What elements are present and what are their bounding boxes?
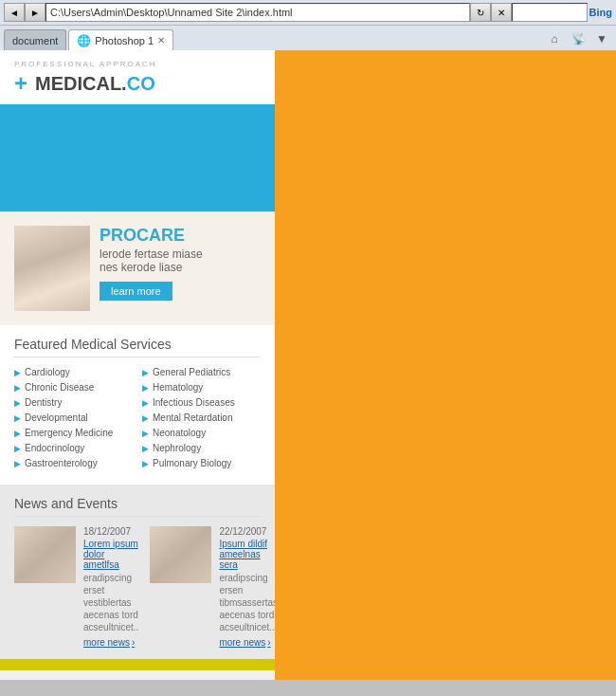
- promo-title: PROCARE: [100, 226, 261, 246]
- services-section: Featured Medical Services ▶ Cardiology ▶…: [0, 325, 275, 485]
- tab-bar: document 🌐 Photoshop 1 ✕ ⌂ 📡 ▼: [0, 26, 616, 50]
- service-label: Developmental: [25, 412, 88, 423]
- site-header: PROFESSIONAL APPROACH + MEDICAL.CO: [0, 50, 275, 107]
- logo-area: + MEDICAL.CO: [14, 70, 261, 97]
- more-news-button-2[interactable]: more news ›: [219, 637, 275, 648]
- service-arrow-icon: ▶: [14, 429, 21, 438]
- home-button[interactable]: ⌂: [544, 29, 565, 48]
- service-nephrology[interactable]: ▶ Nephrology: [142, 443, 261, 453]
- news-section: News and Events 18/12/2007 Lorem ipsum d…: [0, 485, 275, 659]
- service-infectious[interactable]: ▶ Infectious Diseases: [142, 397, 261, 408]
- service-cardiology[interactable]: ▶ Cardiology: [14, 367, 133, 377]
- service-emergency[interactable]: ▶ Emergency Medicine: [14, 428, 133, 438]
- news-image-1: [14, 526, 76, 583]
- service-dentistry[interactable]: ▶ Dentistry: [14, 397, 133, 408]
- services-left-col: ▶ Cardiology ▶ Chronic Disease ▶ Dentist…: [14, 367, 133, 473]
- service-gastroenterology[interactable]: ▶ Gastroenterology: [14, 458, 133, 468]
- service-arrow-icon: ▶: [14, 383, 21, 393]
- viewport: PROFESSIONAL APPROACH + MEDICAL.CO PROCA…: [0, 50, 616, 680]
- service-arrow-icon: ▶: [142, 429, 149, 438]
- hero-banner: [0, 107, 275, 211]
- forward-button[interactable]: ►: [25, 3, 45, 22]
- yellow-bar: [0, 659, 275, 670]
- tab-close-button[interactable]: ✕: [157, 35, 165, 46]
- promo-image: [14, 226, 90, 311]
- more-news-arrow-1: ›: [132, 637, 135, 648]
- services-grid: ▶ Cardiology ▶ Chronic Disease ▶ Dentist…: [14, 367, 261, 473]
- news-date-1: 18/12/2007: [83, 526, 138, 537]
- service-arrow-icon: ▶: [14, 368, 21, 377]
- more-news-button-1[interactable]: more news ›: [83, 637, 138, 648]
- service-endocrinology[interactable]: ▶ Endocrinology: [14, 443, 133, 453]
- service-label: Chronic Disease: [25, 382, 94, 393]
- news-image-inner-1: [14, 526, 76, 583]
- news-item-1: 18/12/2007 Lorem ipsum dolor ametlfsa er…: [14, 526, 138, 648]
- logo-name: MEDICAL.CO: [35, 73, 155, 95]
- service-developmental[interactable]: ▶ Developmental: [14, 412, 133, 423]
- news-grid: 18/12/2007 Lorem ipsum dolor ametlfsa er…: [14, 526, 261, 648]
- service-arrow-icon: ▶: [142, 413, 149, 423]
- stop-button[interactable]: ✕: [491, 3, 512, 22]
- service-arrow-icon: ▶: [142, 444, 149, 453]
- bing-label: Bing: [589, 7, 612, 18]
- service-label: Pulmonary Biology: [153, 458, 231, 468]
- services-right-col: ▶ General Pediatrics ▶ Hematology ▶ Infe…: [142, 367, 261, 473]
- service-label: Hematology: [153, 382, 203, 393]
- more-news-label-1: more news: [83, 637, 130, 648]
- service-general-pediatrics[interactable]: ▶ General Pediatrics: [142, 367, 261, 377]
- promo-subtitle2: nes kerode liase: [100, 261, 261, 274]
- tab-document[interactable]: document: [4, 29, 66, 50]
- news-item-2: 22/12/2007 Ipsum dildif ameelnas sera er…: [150, 526, 275, 648]
- service-pulmonary[interactable]: ▶ Pulmonary Biology: [142, 458, 261, 468]
- search-input[interactable]: [512, 3, 588, 22]
- service-hematology[interactable]: ▶ Hematology: [142, 382, 261, 393]
- tab-ie-icon: 🌐: [77, 34, 91, 47]
- logo-tld: CO: [127, 73, 155, 94]
- tab-document-label: document: [12, 35, 58, 46]
- service-arrow-icon: ▶: [14, 459, 21, 468]
- service-arrow-icon: ▶: [142, 368, 149, 377]
- promo-subtitle1: lerode fertase miase: [100, 247, 261, 261]
- service-label: Gastroenterology: [25, 458, 98, 468]
- services-title: Featured Medical Services: [14, 337, 261, 357]
- service-arrow-icon: ▶: [142, 398, 149, 408]
- tab-photoshop[interactable]: 🌐 Photoshop 1 ✕: [68, 29, 173, 50]
- news-title: News and Events: [14, 496, 261, 517]
- service-label: Dentistry: [25, 397, 62, 408]
- news-body-1: eradipscing erset vestiblertas aecenas t…: [83, 572, 138, 633]
- logo-subtitle: PROFESSIONAL APPROACH: [14, 60, 261, 68]
- webpage: PROFESSIONAL APPROACH + MEDICAL.CO PROCA…: [0, 50, 275, 680]
- rss-button[interactable]: 📡: [568, 29, 589, 48]
- more-news-label-2: more news: [219, 637, 265, 648]
- service-mental[interactable]: ▶ Mental Retardation: [142, 412, 261, 423]
- address-bar: ◄ ► ↻ ✕ Bing: [0, 0, 616, 26]
- news-date-2: 22/12/2007: [219, 526, 275, 537]
- promo-title-rest: CARE: [136, 226, 185, 245]
- tab-photoshop-label: Photoshop 1: [95, 35, 154, 46]
- service-chronic[interactable]: ▶ Chronic Disease: [14, 382, 133, 393]
- dropdown-button[interactable]: ▼: [591, 29, 612, 48]
- back-button[interactable]: ◄: [4, 3, 25, 22]
- more-news-arrow-2: ›: [267, 637, 270, 648]
- service-arrow-icon: ▶: [14, 444, 21, 453]
- service-arrow-icon: ▶: [14, 398, 21, 408]
- news-link-2[interactable]: Ipsum dildif ameelnas sera: [219, 539, 275, 570]
- promo-title-highlight: PRO: [100, 226, 136, 245]
- side-panel: [275, 50, 616, 680]
- news-image-inner-2: [150, 526, 211, 583]
- service-neonatology[interactable]: ▶ Neonatology: [142, 428, 261, 438]
- service-label: Mental Retardation: [153, 412, 233, 423]
- logo-cross-icon: +: [14, 70, 27, 97]
- service-label: Neonatology: [153, 428, 206, 438]
- refresh-button[interactable]: ↻: [470, 3, 491, 22]
- address-input[interactable]: [45, 3, 470, 22]
- service-arrow-icon: ▶: [142, 459, 149, 468]
- news-content-1: 18/12/2007 Lorem ipsum dolor ametlfsa er…: [83, 526, 138, 648]
- news-content-2: 22/12/2007 Ipsum dildif ameelnas sera er…: [219, 526, 275, 648]
- news-link-1[interactable]: Lorem ipsum dolor ametlfsa: [83, 539, 138, 570]
- promo-image-inner: [14, 226, 90, 311]
- learn-more-button[interactable]: learn more: [100, 282, 172, 301]
- service-label: Emergency Medicine: [25, 428, 113, 438]
- browser-chrome: ◄ ► ↻ ✕ Bing document 🌐 Photoshop 1 ✕ ⌂ …: [0, 0, 616, 50]
- promo-section: PROCARE lerode fertase miase nes kerode …: [0, 211, 275, 325]
